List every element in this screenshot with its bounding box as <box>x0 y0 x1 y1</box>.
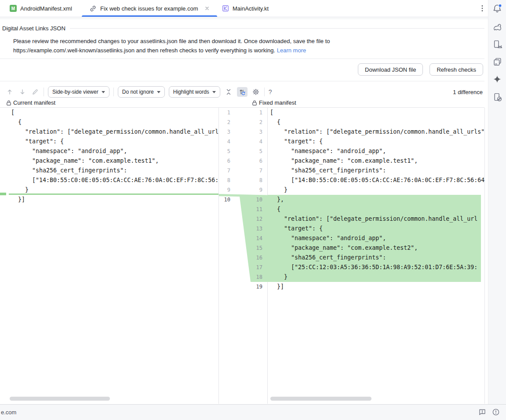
code-line: "sha256_cert_fingerprints": <box>0 166 218 175</box>
status-bar-text: e.com <box>1 405 16 420</box>
code-line: { <box>268 205 484 214</box>
toolbar-separator <box>113 88 114 96</box>
line-number: 10 <box>254 195 267 205</box>
right-gutter: 12345678910111213141516171819 <box>254 108 267 404</box>
line-number: 2 <box>219 117 233 127</box>
left-gutter: 12345678910 <box>218 108 233 404</box>
line-number: 7 <box>219 166 233 175</box>
line-number: 19 <box>254 282 267 292</box>
insertion-marker-line <box>9 194 218 195</box>
line-number: 2 <box>254 117 267 127</box>
code-line: "target": { <box>268 224 484 234</box>
code-line: "target": { <box>268 137 484 146</box>
line-number: 13 <box>254 224 267 234</box>
download-json-button[interactable]: Download JSON file <box>358 63 423 76</box>
line-number: 5 <box>219 146 233 156</box>
right-editor-pane[interactable]: [ { "relation": ["delegate_permission/co… <box>267 108 485 404</box>
event-log-bubble-icon[interactable] <box>478 408 486 416</box>
gemini-sparkle-icon[interactable] <box>492 74 502 84</box>
action-buttons: Download JSON file Refresh checks <box>358 63 483 76</box>
tab-mainactivity[interactable]: MainActivity.kt <box>222 0 269 17</box>
toolbar-separator <box>44 88 44 96</box>
toolbar-separator <box>264 88 265 96</box>
chevron-down-icon <box>102 91 105 93</box>
code-line: ["25:CC:12:03:A5:36:36:5D:1A:98:A9:52:01… <box>268 263 484 272</box>
right-horizontal-scrollbar[interactable] <box>270 397 371 401</box>
line-number: 18 <box>254 272 267 282</box>
code-line: "relation": ["delegate_permission/common… <box>268 127 484 137</box>
code-line: [ <box>0 108 218 117</box>
tab-bar-shadow <box>0 17 488 19</box>
line-number: 10 <box>219 195 233 205</box>
line-number: 4 <box>254 137 267 146</box>
edit-pencil-icon[interactable] <box>31 88 40 96</box>
line-number: 8 <box>254 175 267 185</box>
separator <box>0 58 484 59</box>
status-bar: e.com <box>0 404 506 420</box>
learn-more-link[interactable]: Learn more <box>277 47 306 54</box>
highlight-policy-select[interactable]: Highlight words <box>169 86 220 98</box>
code-line: { <box>0 117 218 127</box>
code-line: } <box>268 272 484 282</box>
code-line: "package_name": "com.example.test2", <box>268 243 484 253</box>
chevron-down-icon <box>157 91 160 93</box>
viewer-mode-value: Side-by-side viewer <box>52 89 98 95</box>
editor-tab-bar: M AndroidManifest.xml Fix web check issu… <box>0 0 488 17</box>
tab-options-kebab-icon[interactable] <box>479 4 486 12</box>
tab-androidmanifest[interactable]: M AndroidManifest.xml <box>10 0 72 17</box>
help-icon[interactable]: ? <box>269 88 272 95</box>
app-links-assistant-icon[interactable] <box>492 91 502 102</box>
refresh-checks-button[interactable]: Refresh checks <box>430 63 483 76</box>
device-manager-icon[interactable] <box>492 39 502 49</box>
notifications-bell-icon[interactable] <box>492 3 502 14</box>
lock-icon <box>252 100 257 106</box>
code-line: } <box>268 185 484 195</box>
collapse-unchanged-icon[interactable] <box>224 88 233 96</box>
diff-settings-gear-icon[interactable] <box>251 88 260 96</box>
tab-fix-web-check[interactable]: Fix web check issues for example.com <box>82 0 217 17</box>
code-line: "namespace": "android_app", <box>268 234 484 243</box>
line-number: 1 <box>219 108 233 117</box>
line-number: 6 <box>219 156 233 166</box>
code-line: "package_name": "com.example.test1", <box>0 156 218 166</box>
notifications-alert-icon[interactable] <box>492 408 500 416</box>
line-number: 9 <box>254 185 267 195</box>
left-editor-pane[interactable]: [ { "relation": ["delegate_permission/co… <box>0 108 218 404</box>
viewer-mode-select[interactable]: Side-by-side viewer <box>48 86 109 98</box>
gradle-elephant-icon[interactable] <box>492 22 502 33</box>
code-line: "sha256_cert_fingerprints": <box>268 166 484 175</box>
code-line: "relation": ["delegate_permission/common… <box>0 127 218 137</box>
line-number: 5 <box>254 146 267 156</box>
tab-label: MainActivity.kt <box>233 5 269 12</box>
line-number: 17 <box>254 263 267 272</box>
running-devices-icon[interactable] <box>492 56 502 67</box>
main-area: M AndroidManifest.xml Fix web check issu… <box>0 0 488 420</box>
previous-difference-icon[interactable] <box>5 88 14 96</box>
highlight-policy-value: Highlight words <box>173 89 209 95</box>
instructions-text: Please review the recommended changes to… <box>13 37 330 55</box>
tab-label: AndroidManifest.xml <box>20 5 72 12</box>
line-number: 7 <box>254 166 267 175</box>
left-horizontal-scrollbar[interactable] <box>10 397 110 401</box>
ignore-policy-select[interactable]: Do not ignore <box>118 86 165 98</box>
section-rule <box>70 28 484 29</box>
ignore-policy-value: Do not ignore <box>122 89 154 95</box>
code-line: ["14:B0:55:C0:0E:05:05:CA:CC:AE:76:0A:0C… <box>268 175 484 185</box>
kotlin-file-icon <box>222 5 229 12</box>
line-number: 3 <box>254 127 267 137</box>
separator <box>0 81 484 81</box>
left-pane-title: Current manifest <box>6 99 55 106</box>
right-tool-window-stripe <box>488 0 506 404</box>
right-pane-title: Fixed manifest <box>252 99 296 106</box>
code-line: "namespace": "android_app", <box>0 146 218 156</box>
next-difference-icon[interactable] <box>18 88 27 96</box>
line-number: 4 <box>219 137 233 146</box>
code-line: "sha256_cert_fingerprints": <box>268 253 484 263</box>
line-number: 15 <box>254 243 267 253</box>
close-icon[interactable] <box>204 6 210 11</box>
instructions-line1: Please review the recommended changes to… <box>13 38 330 44</box>
code-line: "package_name": "com.example.test1", <box>268 156 484 166</box>
instructions-line2: https://example.com/.well-known/assetlin… <box>13 47 275 54</box>
code-line: }] <box>0 195 218 205</box>
synchronize-scrolling-icon[interactable] <box>237 87 248 97</box>
